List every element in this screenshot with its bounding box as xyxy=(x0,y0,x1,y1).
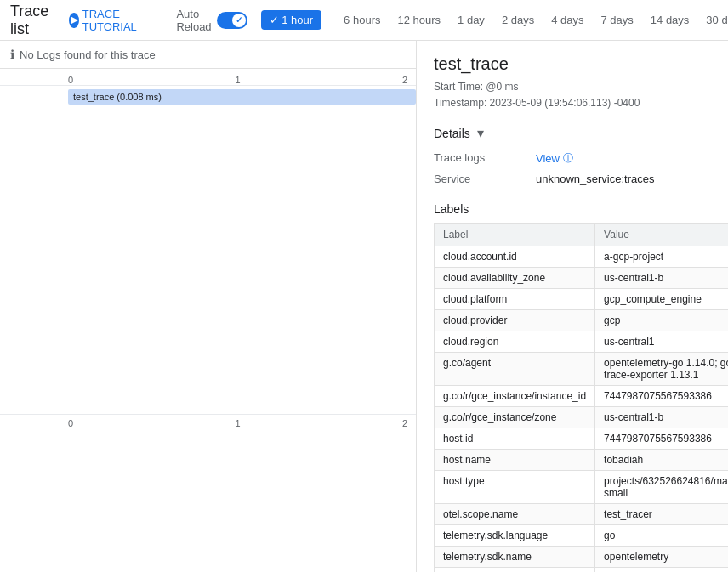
value-cell: 1.15.1 xyxy=(595,568,728,572)
info-icon: ℹ xyxy=(10,48,14,61)
value-cell: 7447987075567593386 xyxy=(595,428,728,450)
table-row: g.co/r/gce_instance/instance_id744798707… xyxy=(435,386,729,407)
table-row: cloud.providergcp xyxy=(435,310,729,331)
trace-timestamp: Timestamp: 2023-05-09 (19:54:06.113) -04… xyxy=(434,95,711,111)
external-link-icon: ⓘ xyxy=(563,151,573,166)
axis-bottom-2: 2 xyxy=(294,418,407,428)
main-layout: ℹ No Logs found for this trace 0 1 2 tes… xyxy=(0,41,728,572)
label-cell: cloud.availability_zone xyxy=(435,268,595,289)
time-btn-14days[interactable]: 14 days xyxy=(642,10,698,30)
no-logs-message: No Logs found for this trace xyxy=(20,48,156,61)
label-cell: cloud.region xyxy=(435,331,595,353)
labels-col-value: Value xyxy=(595,224,728,246)
time-btn-6hours[interactable]: 6 hours xyxy=(335,10,389,30)
table-row: host.id7447987075567593386 xyxy=(435,428,729,450)
service-value: unknown_service:traces xyxy=(536,173,654,185)
time-btn-30days[interactable]: 30 days xyxy=(697,10,728,30)
value-cell: gcp_compute_engine xyxy=(595,289,728,310)
label-cell: cloud.account.id xyxy=(435,246,595,268)
trace-chart: 0 1 2 test_trace (0.008 ms) 0 1 2 xyxy=(0,69,416,572)
auto-reload-label: Auto Reload xyxy=(176,8,211,33)
value-cell: go xyxy=(595,525,728,547)
trace-start-time: Start Time: @0 ms xyxy=(434,79,711,95)
chart-axis-bottom: 0 1 2 xyxy=(0,414,416,428)
trace-name: test_trace xyxy=(434,54,711,74)
details-label: Details xyxy=(434,127,470,140)
value-cell: opentelemetry xyxy=(595,547,728,568)
trace-tutorial-button[interactable]: ▶ TRACE TUTORIAL xyxy=(62,4,149,37)
chart-empty-space xyxy=(0,108,416,414)
time-btn-2days[interactable]: 2 days xyxy=(493,10,543,30)
value-cell: gcp xyxy=(595,310,728,331)
table-row: cloud.account.ida-gcp-project xyxy=(435,246,729,268)
trace-bar[interactable]: test_trace (0.008 ms) xyxy=(68,89,416,105)
left-panel: ℹ No Logs found for this trace 0 1 2 tes… xyxy=(0,41,417,572)
no-logs-bar: ℹ No Logs found for this trace xyxy=(0,41,416,69)
tutorial-icon: ▶ xyxy=(69,13,78,28)
value-cell: us-central1-b xyxy=(595,268,728,289)
toggle-check-icon: ✓ xyxy=(236,15,242,25)
label-cell: telemetry.sdk.version xyxy=(435,568,595,572)
label-cell: telemetry.sdk.name xyxy=(435,547,595,568)
page-title: Trace list xyxy=(10,3,48,38)
trace-row[interactable]: test_trace (0.008 ms) xyxy=(0,86,416,108)
details-header[interactable]: Details ▾ xyxy=(434,125,711,141)
table-row: cloud.platformgcp_compute_engine xyxy=(435,289,729,310)
trace-logs-link-text: View xyxy=(536,152,560,165)
auto-reload-toggle[interactable]: ✓ xyxy=(217,12,247,29)
table-row: otel.scope.nametest_tracer xyxy=(435,504,729,525)
service-row: Service unknown_service:traces xyxy=(434,169,711,189)
value-cell: opentelemetry-go 1.14.0; google-cloud-tr… xyxy=(595,353,728,386)
time-btn-12hours[interactable]: 12 hours xyxy=(389,10,449,30)
axis-bottom-0: 0 xyxy=(68,418,181,428)
service-label: Service xyxy=(434,173,536,185)
axis-top-2: 2 xyxy=(294,75,407,85)
value-cell: test_tracer xyxy=(595,504,728,525)
trace-bar-label: test_trace (0.008 ms) xyxy=(73,92,162,102)
label-cell: g.co/r/gce_instance/zone xyxy=(435,407,595,428)
value-cell: a-gcp-project xyxy=(595,246,728,268)
table-row: host.typeprojects/632526624816/machineTy… xyxy=(435,471,729,504)
trace-logs-label: Trace logs xyxy=(434,151,536,166)
trace-logs-link[interactable]: View ⓘ xyxy=(536,151,573,166)
axis-bottom-1: 1 xyxy=(181,418,294,428)
label-cell: g.co/r/gce_instance/instance_id xyxy=(435,386,595,407)
table-row: cloud.availability_zoneus-central1-b xyxy=(435,268,729,289)
value-cell: us-central1-b xyxy=(595,407,728,428)
label-cell: otel.scope.name xyxy=(435,504,595,525)
tutorial-label: TRACE TUTORIAL xyxy=(82,8,143,33)
table-row: g.co/r/gce_instance/zoneus-central1-b xyxy=(435,407,729,428)
label-cell: cloud.provider xyxy=(435,310,595,331)
label-cell: telemetry.sdk.language xyxy=(435,525,595,547)
time-btn-1day[interactable]: 1 day xyxy=(449,10,493,30)
app-header: Trace list ▶ TRACE TUTORIAL Auto Reload … xyxy=(0,0,728,41)
value-cell: us-central1 xyxy=(595,331,728,353)
time-buttons-group: 6 hours 12 hours 1 day 2 days 4 days 7 d… xyxy=(335,10,728,30)
time-btn-4days[interactable]: 4 days xyxy=(543,10,592,30)
right-panel: test_trace Start Time: @0 ms Timestamp: … xyxy=(417,41,728,572)
labels-table: Label Value cloud.account.ida-gcp-projec… xyxy=(434,223,728,572)
trace-logs-row: Trace logs View ⓘ xyxy=(434,148,711,169)
table-row: g.co/agentopentelemetry-go 1.14.0; googl… xyxy=(435,353,729,386)
table-row: telemetry.sdk.version1.15.1 xyxy=(435,568,729,572)
chart-axis-top: 0 1 2 xyxy=(0,69,416,86)
label-cell: g.co/agent xyxy=(435,353,595,386)
value-cell: projects/632526624816/machineTypes/e2-sm… xyxy=(595,471,728,504)
auto-reload-container: Auto Reload ✓ xyxy=(176,8,247,33)
chevron-down-icon: ▾ xyxy=(477,125,484,141)
time-btn-1hour[interactable]: ✓ 1 hour xyxy=(261,10,321,30)
table-row: host.nametobadiah xyxy=(435,450,729,471)
table-row: cloud.regionus-central1 xyxy=(435,331,729,353)
label-cell: cloud.platform xyxy=(435,289,595,310)
label-cell: host.id xyxy=(435,428,595,450)
axis-top-0: 0 xyxy=(68,75,181,85)
label-cell: host.type xyxy=(435,471,595,504)
labels-col-label: Label xyxy=(435,224,595,246)
value-cell: 7447987075567593386 xyxy=(595,386,728,407)
value-cell: tobadiah xyxy=(595,450,728,471)
labels-header: Labels xyxy=(434,202,711,216)
time-btn-7days[interactable]: 7 days xyxy=(593,10,642,30)
table-row: telemetry.sdk.nameopentelemetry xyxy=(435,547,729,568)
label-cell: host.name xyxy=(435,450,595,471)
table-row: telemetry.sdk.languagego xyxy=(435,525,729,547)
